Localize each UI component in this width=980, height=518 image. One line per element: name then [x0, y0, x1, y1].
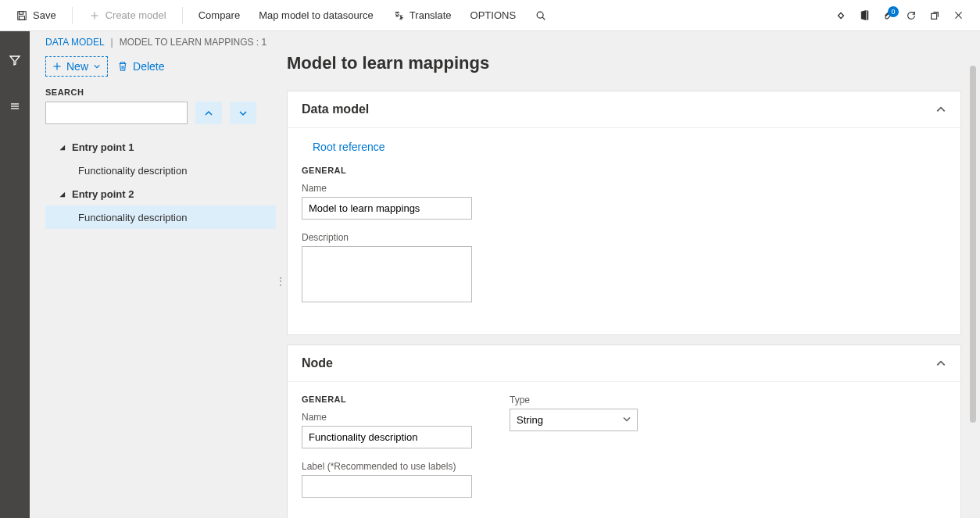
node-label-input[interactable] — [302, 475, 472, 498]
field-row: GENERAL Name Label (*Recommended to use … — [302, 395, 946, 510]
name-label: Name — [302, 412, 472, 423]
breadcrumb-current: MODEL TO LEARN MAPPINGS : 1 — [120, 37, 267, 48]
toolbar-right: 0 — [835, 9, 972, 22]
layout: DATA MODEL | MODEL TO LEARN MAPPINGS : 1… — [0, 31, 980, 518]
type-select[interactable] — [510, 409, 638, 431]
chevron-down-icon — [238, 109, 248, 118]
name-input[interactable] — [302, 197, 472, 220]
popout-icon[interactable] — [928, 9, 941, 22]
description-label: Description — [302, 232, 946, 243]
main: Model to learn mappings Data model Root … — [276, 50, 980, 518]
breadcrumb-separator: | — [111, 37, 113, 48]
compare-button[interactable]: Compare — [191, 6, 248, 24]
refresh-icon[interactable] — [905, 9, 917, 22]
field-node-type: Type — [510, 395, 638, 431]
panel-header-node[interactable]: Node — [288, 345, 960, 382]
tree: ◢Entry point 1Functionality description◢… — [45, 135, 276, 229]
panel-body: Root reference GENERAL Name Description — [288, 128, 960, 334]
search-input[interactable] — [45, 102, 188, 124]
translate-icon — [392, 9, 405, 22]
field-node-name: Name — [302, 412, 472, 448]
map-model-button[interactable]: Map model to datasource — [251, 6, 381, 24]
sidebar-actions: New Delete — [45, 56, 276, 77]
field-node-label: Label (*Recommended to use labels) — [302, 461, 472, 498]
scrollbar-thumb[interactable] — [970, 66, 976, 423]
panel-body: GENERAL Name Label (*Recommended to use … — [288, 382, 960, 518]
svg-rect-7 — [932, 13, 937, 19]
panel-node: Node GENERAL Name — [287, 345, 961, 518]
options-button[interactable]: OPTIONS — [463, 6, 524, 24]
map-model-label: Map model to datasource — [259, 9, 374, 21]
panel-title: Data model — [302, 102, 369, 116]
create-model-button[interactable]: Create model — [80, 6, 174, 25]
tree-node[interactable]: Functionality description — [45, 159, 276, 182]
tree-node-label: Functionality description — [78, 212, 187, 223]
list-icon[interactable] — [5, 97, 24, 116]
chevron-down-icon — [93, 63, 101, 70]
panel-header-data-model[interactable]: Data model — [288, 91, 960, 128]
scrollbar[interactable] — [967, 66, 978, 512]
page-title: Model to learn mappings — [287, 50, 961, 91]
caret-icon: ◢ — [59, 188, 66, 199]
divider — [72, 7, 73, 24]
svg-point-5 — [537, 12, 543, 18]
chevron-up-icon — [204, 109, 213, 118]
toolbar-left: Save Create model Compare Map model to d… — [8, 6, 555, 25]
save-label: Save — [33, 9, 56, 21]
search-prev-button[interactable] — [195, 102, 222, 124]
options-label: OPTIONS — [470, 9, 517, 21]
tree-node[interactable]: ◢Entry point 1 — [45, 135, 276, 159]
office-icon[interactable] — [858, 9, 871, 22]
type-select-wrap — [510, 409, 638, 431]
chevron-up-icon — [935, 358, 946, 369]
field-name: Name — [302, 183, 946, 220]
badge: 0 — [888, 6, 899, 17]
link-icon[interactable] — [835, 9, 847, 22]
svg-line-6 — [542, 17, 545, 20]
save-button[interactable]: Save — [8, 6, 64, 25]
label-label: Label (*Recommended to use labels) — [302, 461, 472, 472]
svg-rect-1 — [20, 11, 23, 14]
search-next-button[interactable] — [230, 102, 256, 124]
chevron-up-icon — [935, 104, 946, 115]
breadcrumb: DATA MODEL | MODEL TO LEARN MAPPINGS : 1 — [30, 31, 980, 50]
tree-node-label: Entry point 1 — [72, 141, 134, 153]
tree-node-label: Functionality description — [78, 165, 187, 177]
trash-icon — [117, 61, 128, 72]
divider — [182, 7, 183, 24]
splitter-handle[interactable]: ⋮ — [275, 275, 286, 288]
node-name-input[interactable] — [302, 426, 472, 448]
type-label: Type — [510, 395, 638, 405]
attachment-icon[interactable]: 0 — [882, 9, 894, 22]
search-button[interactable] — [527, 6, 555, 25]
tree-node[interactable]: ◢Entry point 2 — [45, 182, 276, 205]
svg-rect-2 — [20, 16, 25, 19]
create-model-label: Create model — [106, 9, 166, 21]
new-button[interactable]: New — [45, 56, 108, 77]
delete-button[interactable]: Delete — [117, 60, 164, 73]
root-reference-link[interactable]: Root reference — [302, 141, 946, 166]
name-label: Name — [302, 183, 946, 194]
new-label: New — [66, 60, 88, 73]
section-label: GENERAL — [302, 166, 946, 175]
tree-node-label: Entry point 2 — [72, 188, 134, 200]
search-icon — [535, 9, 547, 22]
left-rail — [0, 31, 30, 518]
close-icon[interactable] — [952, 9, 964, 22]
breadcrumb-root[interactable]: DATA MODEL — [45, 37, 105, 48]
save-icon — [16, 9, 28, 22]
section-label: GENERAL — [302, 395, 472, 404]
delete-label: Delete — [133, 60, 164, 73]
content: DATA MODEL | MODEL TO LEARN MAPPINGS : 1… — [30, 31, 980, 518]
description-input[interactable] — [302, 246, 472, 302]
split: New Delete SEARCH — [30, 50, 980, 518]
toolbar: Save Create model Compare Map model to d… — [0, 0, 980, 31]
translate-label: Translate — [410, 9, 452, 21]
compare-label: Compare — [199, 9, 240, 21]
caret-icon: ◢ — [59, 141, 66, 152]
tree-node[interactable]: Functionality description — [45, 205, 276, 229]
sidebar: New Delete SEARCH — [30, 50, 276, 518]
search-label: SEARCH — [45, 88, 276, 97]
translate-button[interactable]: Translate — [384, 6, 460, 25]
filter-icon[interactable] — [5, 51, 24, 70]
